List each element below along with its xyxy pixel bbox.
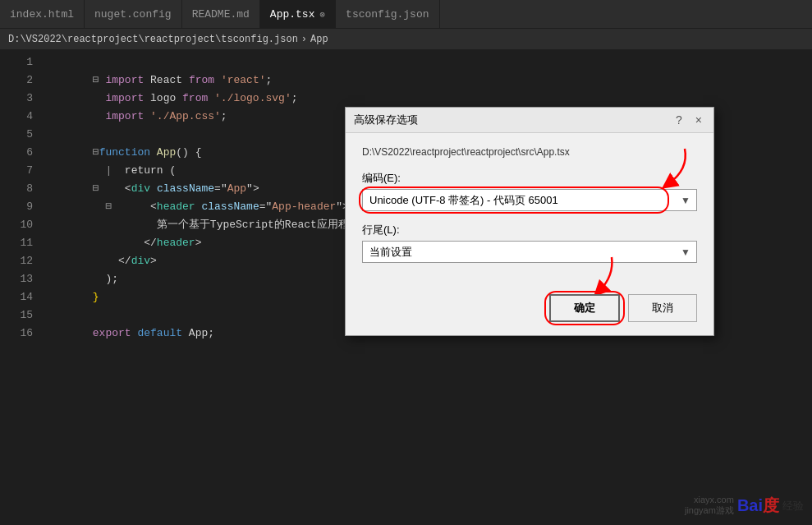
tab-label: App.tsx (270, 8, 315, 21)
encoding-select-wrapper: Unicode (UTF-8 带签名) - 代码页 65001 Unicode … (362, 189, 697, 211)
line-num: 8 (0, 180, 33, 198)
line-num: 4 (0, 108, 33, 126)
advanced-save-dialog: 高级保存选项 ? × D:\VS2022\reactproject\reactp… (345, 107, 714, 336)
line-ending-field: 行尾(L): 当前设置 Windows (CR LF) Unix (LF) Ma… (362, 223, 697, 263)
close-dialog-icon[interactable]: × (692, 113, 705, 127)
breadcrumb: D:\VS2022\reactproject\reactproject\tsco… (0, 29, 812, 50)
tab-label: tsconfig.json (346, 8, 429, 21)
line-num: 15 (0, 306, 33, 325)
line-numbers: 1 2 3 4 5 6 7 8 9 10 11 12 13 14 15 16 (0, 50, 41, 525)
line-num: 1 (0, 53, 33, 71)
code-line-1: ⊟ import React from 'react'; (54, 53, 812, 71)
breadcrumb-path: D:\VS2022\reactproject\reactproject\tsco… (8, 34, 298, 45)
line-num: 12 (0, 252, 33, 270)
help-icon[interactable]: ? (672, 113, 686, 127)
line-num: 10 (0, 216, 33, 234)
encoding-arrow-icon (652, 145, 693, 190)
ok-button-wrapper: 确定 (549, 294, 620, 322)
tab-app-tsx[interactable]: App.tsx ⊗ (260, 0, 336, 28)
line-num: 7 (0, 162, 33, 180)
ok-button[interactable]: 确定 (549, 294, 620, 322)
tab-label: nuget.config (94, 8, 172, 21)
tab-label: README.md (192, 8, 250, 21)
dialog-filepath: D:\VS2022\reactproject\reactproject\src\… (362, 146, 697, 158)
line-num: 14 (0, 288, 33, 306)
tab-label: index.html (10, 8, 74, 21)
line-num: 9 (0, 198, 33, 216)
breadcrumb-sep: › (301, 34, 307, 45)
line-ending-select-wrapper: 当前设置 Windows (CR LF) Unix (LF) Mac (CR) … (362, 241, 697, 263)
encoding-label: 编码(E): (362, 171, 697, 186)
line-num: 2 (0, 71, 33, 90)
line-num: 5 (0, 126, 33, 144)
tab-bar: index.html nuget.config README.md App.ts… (0, 0, 812, 29)
encoding-field: 编码(E): Unicode (UTF-8 带签名) - 代码页 65001 U… (362, 171, 697, 211)
line-num: 11 (0, 234, 33, 252)
dialog-title: 高级保存选项 (354, 113, 418, 127)
ok-arrow-icon (583, 253, 624, 298)
tab-nuget-config[interactable]: nuget.config (85, 0, 182, 28)
line-ending-select[interactable]: 当前设置 Windows (CR LF) Unix (LF) Mac (CR) (362, 241, 697, 263)
line-num: 13 (0, 270, 33, 288)
tab-tsconfig-json[interactable]: tsconfig.json (336, 0, 439, 28)
line-num: 3 (0, 90, 33, 108)
tab-index-html[interactable]: index.html (0, 0, 85, 28)
breadcrumb-app: App (310, 34, 328, 45)
dialog-titlebar: 高级保存选项 ? × (346, 108, 713, 133)
encoding-select[interactable]: Unicode (UTF-8 带签名) - 代码页 65001 Unicode … (362, 189, 697, 211)
cancel-button[interactable]: 取消 (628, 294, 697, 322)
line-num: 16 (0, 325, 33, 343)
line-num: 6 (0, 144, 33, 162)
close-tab-icon[interactable]: ⊗ (319, 9, 325, 20)
dialog-footer: 确定 取消 (346, 288, 713, 335)
tab-readme-md[interactable]: README.md (182, 0, 260, 28)
line-ending-label: 行尾(L): (362, 223, 697, 237)
dialog-body: D:\VS2022\reactproject\reactproject\src\… (346, 133, 713, 288)
dialog-controls: ? × (672, 113, 705, 127)
